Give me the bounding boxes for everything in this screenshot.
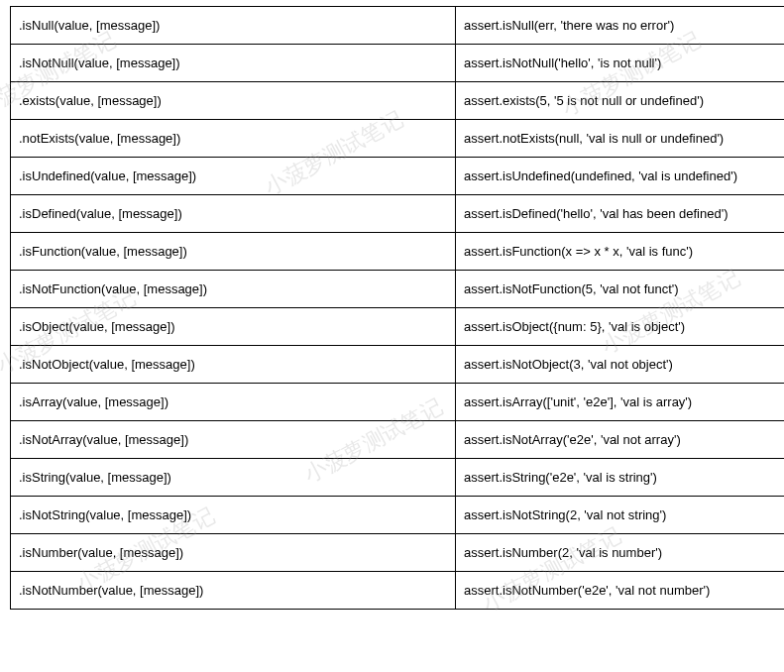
method-signature-cell: .isNumber(value, [message]) [11, 534, 456, 572]
table-row: .isFunction(value, [message])assert.isFu… [11, 233, 785, 271]
method-signature-cell: .isArray(value, [message]) [11, 384, 456, 421]
method-example-cell: assert.isArray(['unit', 'e2e'], 'val is … [456, 384, 785, 421]
method-example-cell: assert.isNumber(2, 'val is number') [456, 534, 785, 572]
method-example-cell: assert.isNotFunction(5, 'val not funct') [456, 271, 785, 308]
method-signature-cell: .notExists(value, [message]) [11, 120, 456, 158]
method-example-cell: assert.isNotArray('e2e', 'val not array'… [456, 421, 785, 459]
table-row: .isNotArray(value, [message])assert.isNo… [11, 421, 785, 459]
method-example-cell: assert.isUndefined(undefined, 'val is un… [456, 158, 785, 195]
method-example-cell: assert.isNotString(2, 'val not string') [456, 497, 785, 534]
assertion-methods-table: .isNull(value, [message])assert.isNull(e… [10, 6, 784, 610]
method-signature-cell: .isFunction(value, [message]) [11, 233, 456, 271]
method-example-cell: assert.isString('e2e', 'val is string') [456, 459, 785, 497]
method-example-cell: assert.notExists(null, 'val is null or u… [456, 120, 785, 158]
method-example-cell: assert.isNotObject(3, 'val not object') [456, 346, 785, 384]
method-signature-cell: .exists(value, [message]) [11, 82, 456, 120]
table-row: .isNull(value, [message])assert.isNull(e… [11, 7, 785, 45]
method-signature-cell: .isNotString(value, [message]) [11, 497, 456, 534]
method-signature-cell: .isNotFunction(value, [message]) [11, 271, 456, 308]
method-example-cell: assert.isFunction(x => x * x, 'val is fu… [456, 233, 785, 271]
table-row: .isUndefined(value, [message])assert.isU… [11, 158, 785, 195]
table-row: .isNotString(value, [message])assert.isN… [11, 497, 785, 534]
method-signature-cell: .isNotNumber(value, [message]) [11, 572, 456, 610]
method-example-cell: assert.isDefined('hello', 'val has been … [456, 195, 785, 233]
method-example-cell: assert.isObject({num: 5}, 'val is object… [456, 308, 785, 346]
table-row: .isNotFunction(value, [message])assert.i… [11, 271, 785, 308]
method-signature-cell: .isNotArray(value, [message]) [11, 421, 456, 459]
table-row: .isString(value, [message])assert.isStri… [11, 459, 785, 497]
method-signature-cell: .isNotNull(value, [message]) [11, 45, 456, 82]
method-signature-cell: .isNull(value, [message]) [11, 7, 456, 45]
method-signature-cell: .isObject(value, [message]) [11, 308, 456, 346]
table-row: .exists(value, [message])assert.exists(5… [11, 82, 785, 120]
method-signature-cell: .isString(value, [message]) [11, 459, 456, 497]
method-example-cell: assert.isNotNumber('e2e', 'val not numbe… [456, 572, 785, 610]
table-row: .isNotNull(value, [message])assert.isNot… [11, 45, 785, 82]
method-example-cell: assert.exists(5, '5 is not null or undef… [456, 82, 785, 120]
table-row: .isNotObject(value, [message])assert.isN… [11, 346, 785, 384]
table-row: .isDefined(value, [message])assert.isDef… [11, 195, 785, 233]
table-row: .notExists(value, [message])assert.notEx… [11, 120, 785, 158]
table-row: .isNumber(value, [message])assert.isNumb… [11, 534, 785, 572]
method-example-cell: assert.isNotNull('hello', 'is not null') [456, 45, 785, 82]
table-row: .isArray(value, [message])assert.isArray… [11, 384, 785, 421]
method-example-cell: assert.isNull(err, 'there was no error') [456, 7, 785, 45]
method-signature-cell: .isUndefined(value, [message]) [11, 158, 456, 195]
method-signature-cell: .isNotObject(value, [message]) [11, 346, 456, 384]
method-signature-cell: .isDefined(value, [message]) [11, 195, 456, 233]
table-row: .isNotNumber(value, [message])assert.isN… [11, 572, 785, 610]
table-row: .isObject(value, [message])assert.isObje… [11, 308, 785, 346]
